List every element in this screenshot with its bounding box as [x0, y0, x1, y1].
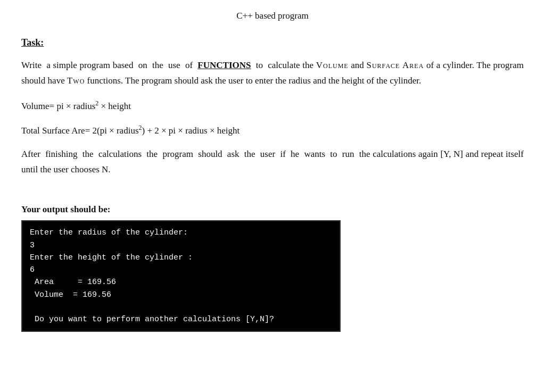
functions-keyword: FUNCTIONS: [197, 60, 251, 70]
formula-volume: Volume= pi × radius2 × height: [21, 98, 524, 113]
task-description: Write a simple program based on the use …: [21, 58, 524, 89]
formula-area: Total Surface Are= 2(pi × radius2) + 2 ×…: [21, 123, 524, 138]
task-label: Task:: [21, 37, 524, 48]
terminal-line-5: Area = 169.56: [30, 276, 332, 288]
terminal-line-6: Volume = 169.56: [30, 289, 332, 301]
terminal-line-1: Enter the radius of the cylinder:: [30, 227, 332, 239]
output-label: Your output should be:: [21, 204, 524, 215]
header-text: C++ based program: [236, 11, 308, 21]
terminal-line-7: Do you want to perform another calculati…: [30, 313, 332, 326]
after-text: After finishing the calculations the pro…: [21, 147, 524, 178]
terminal-line-4: 6: [30, 264, 332, 276]
terminal-box: Enter the radius of the cylinder: 3 Ente…: [21, 220, 341, 332]
terminal-line-2: 3: [30, 239, 332, 252]
terminal-line-blank: [30, 301, 332, 313]
terminal-line-3: Enter the height of the cylinder :: [30, 252, 332, 264]
header-line: C++ based program: [21, 11, 524, 21]
